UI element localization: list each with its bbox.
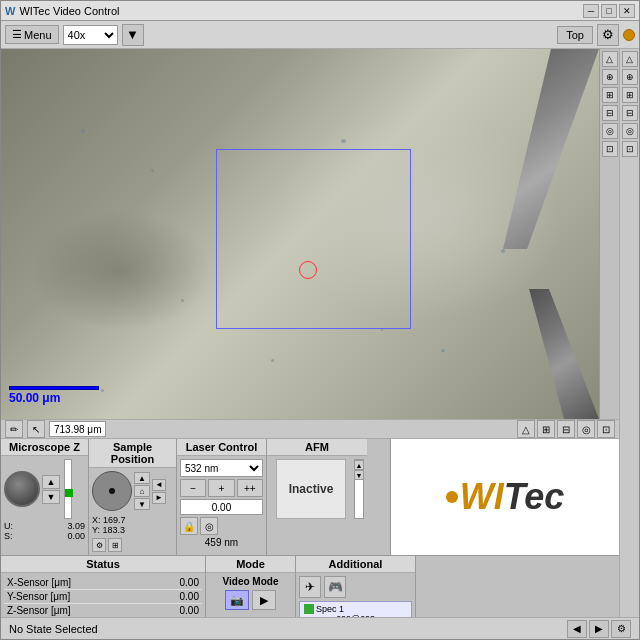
rsb-btn-6[interactable]: ⊡ <box>622 141 638 157</box>
sp-target-knob[interactable] <box>92 471 132 511</box>
vsb-btn-5[interactable]: ◎ <box>602 123 618 139</box>
sp-up-button[interactable]: ▲ <box>134 472 150 484</box>
lc-minus-button[interactable]: − <box>180 479 206 497</box>
lc-buttons: − + ++ <box>180 479 263 497</box>
mz-knob[interactable] <box>4 471 40 507</box>
laser-control-panel: Laser Control 532 nm 633 nm − + ++ <box>177 439 267 555</box>
sensor-row-z: Z-Sensor [μm] 0.00 <box>4 604 202 618</box>
particle <box>341 139 346 143</box>
tweezers-top <box>479 49 599 249</box>
sp-down-button[interactable]: ▼ <box>134 498 150 510</box>
video-mode-label: Video Mode <box>223 576 279 587</box>
particle <box>81 129 85 133</box>
vsb-btn-4[interactable]: ⊟ <box>602 105 618 121</box>
close-button[interactable]: ✕ <box>619 4 635 18</box>
play-button[interactable]: ◀ <box>567 620 587 638</box>
lc-lock-icon[interactable]: 🔒 <box>180 517 198 535</box>
sp-arrows: ▲ ⌂ ▼ <box>134 472 150 510</box>
bt-icon-1[interactable]: △ <box>517 420 535 438</box>
settings-icon[interactable]: ⚙ <box>597 24 619 46</box>
gamepad-icon[interactable]: 🎮 <box>324 576 346 598</box>
afm-slider-up[interactable]: ▲ <box>354 460 364 470</box>
lc-icons: 🔒 ◎ <box>180 517 263 535</box>
vsb-btn-2[interactable]: ⊕ <box>602 69 618 85</box>
pencil-icon[interactable]: ✏ <box>5 420 23 438</box>
video-mode-icons: 📷 ▶ <box>225 590 276 610</box>
magnification-select[interactable]: 10x 20x 40x 100x <box>63 25 118 45</box>
rsb-btn-3[interactable]: ⊞ <box>622 87 638 103</box>
vsb-btn-1[interactable]: △ <box>602 51 618 67</box>
top-button[interactable]: Top <box>557 26 593 44</box>
sb-settings-icon[interactable]: ⚙ <box>611 620 631 638</box>
particle <box>501 249 505 253</box>
sp-lr-arrows: ◄ ► <box>152 479 166 504</box>
toolbar-right: Top ⚙ <box>557 24 635 46</box>
sensor-z-value: 0.00 <box>149 604 202 618</box>
rsb-btn-1[interactable]: △ <box>622 51 638 67</box>
bt-icon-2[interactable]: ⊞ <box>537 420 555 438</box>
target-circle <box>299 261 317 279</box>
additional-body: ✈ 🎮 Spec 1 600@603 <box>296 573 415 617</box>
scale-bar-line <box>9 386 99 390</box>
microscope-z-header: Microscope Z <box>1 439 88 456</box>
particle <box>381 329 383 331</box>
status-bar-controls: ◀ ▶ ⚙ <box>567 620 631 638</box>
sp-x-label: X: <box>92 515 101 525</box>
sp-coords: X: 169.7 Y: 183.3 <box>92 515 173 535</box>
spec-color <box>304 604 314 614</box>
afm-inner: Inactive ▲ ▼ <box>270 459 364 519</box>
sp-settings-icon[interactable]: ⚙ <box>92 538 106 552</box>
stop-button[interactable]: ▶ <box>589 620 609 638</box>
minimize-button[interactable]: ─ <box>583 4 599 18</box>
bt-icon-4[interactable]: ◎ <box>577 420 595 438</box>
rsb-btn-5[interactable]: ◎ <box>622 123 638 139</box>
status-bar-text: No State Selected <box>9 623 98 635</box>
status-table: X-Sensor [μm] 0.00 Y-Sensor [μm] 0.00 Z-… <box>4 576 202 617</box>
vsb-btn-6[interactable]: ⊡ <box>602 141 618 157</box>
lc-nm-display: 459 nm <box>180 537 263 548</box>
wavelength-select[interactable]: 532 nm 633 nm <box>180 459 263 477</box>
mode-body: Video Mode 📷 ▶ <box>206 573 295 613</box>
spec-button[interactable]: Spec 1 600@603 <box>299 601 412 617</box>
witec-tec-text: Tec <box>504 476 565 518</box>
lc-beam-icon[interactable]: ◎ <box>200 517 218 535</box>
lc-plus-button[interactable]: + <box>208 479 234 497</box>
maximize-button[interactable]: □ <box>601 4 617 18</box>
camera-icon[interactable]: 📷 <box>225 590 249 610</box>
rsb-btn-4[interactable]: ⊟ <box>622 105 638 121</box>
mz-slider-thumb <box>65 489 73 497</box>
vsb-btn-3[interactable]: ⊞ <box>602 87 618 103</box>
sp-y-label: Y: <box>92 525 100 535</box>
hamburger-icon: ☰ <box>12 28 22 41</box>
bt-icon-5[interactable]: ⊡ <box>597 420 615 438</box>
mz-down-button[interactable]: ▼ <box>42 490 60 504</box>
mz-up-button[interactable]: ▲ <box>42 475 60 489</box>
sp-home-button[interactable]: ⌂ <box>134 485 150 497</box>
status-bar: No State Selected ◀ ▶ ⚙ <box>1 617 639 639</box>
mz-u-label: U: <box>4 521 13 531</box>
lc-double-plus-button[interactable]: ++ <box>237 479 263 497</box>
rsb-btn-2[interactable]: ⊕ <box>622 69 638 85</box>
afm-body: Inactive ▲ ▼ <box>267 456 367 555</box>
plane-icon[interactable]: ✈ <box>299 576 321 598</box>
additional-panel: Additional ✈ 🎮 Spec 1 600@603 <box>296 556 416 617</box>
afm-slider-down[interactable]: ▼ <box>354 470 364 480</box>
witec-logo: WITec <box>391 439 619 555</box>
menu-label: Menu <box>24 29 52 41</box>
mag-down-button[interactable]: ▼ <box>122 24 144 46</box>
bt-icon-3[interactable]: ⊟ <box>557 420 575 438</box>
cursor-icon[interactable]: ↖ <box>27 420 45 438</box>
laser-control-header: Laser Control <box>177 439 266 456</box>
video-icon[interactable]: ▶ <box>252 590 276 610</box>
particle <box>101 389 104 392</box>
sp-y-row: Y: 183.3 <box>92 525 173 535</box>
sp-x-value: 169.7 <box>103 515 126 525</box>
particle <box>151 169 154 172</box>
menu-button[interactable]: ☰ Menu <box>5 25 59 44</box>
mode-panel: Mode Video Mode 📷 ▶ <box>206 556 296 617</box>
sp-right-button[interactable]: ► <box>152 492 166 504</box>
sp-left-button[interactable]: ◄ <box>152 479 166 491</box>
sp-lock-icon[interactable]: ⊞ <box>108 538 122 552</box>
mz-slider[interactable] <box>64 459 72 519</box>
mz-u-value: 3.09 <box>67 521 85 531</box>
